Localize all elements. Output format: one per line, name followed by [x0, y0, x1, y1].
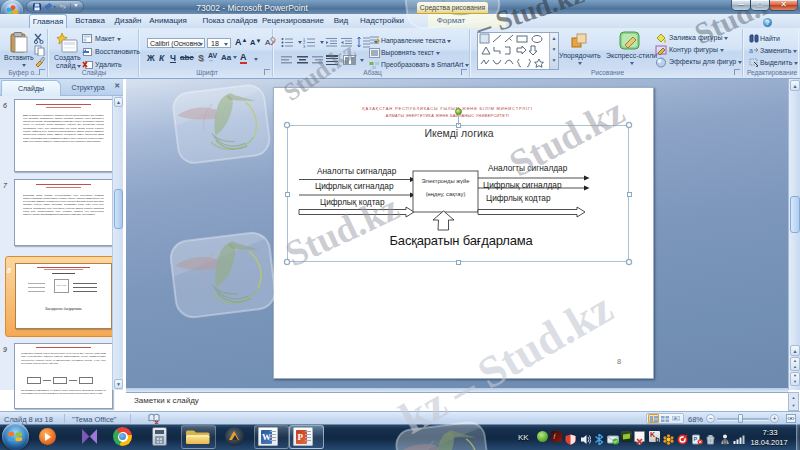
svg-text:a: a — [749, 47, 753, 54]
svg-text:3: 3 — [303, 44, 306, 49]
svg-text:P: P — [694, 436, 698, 442]
